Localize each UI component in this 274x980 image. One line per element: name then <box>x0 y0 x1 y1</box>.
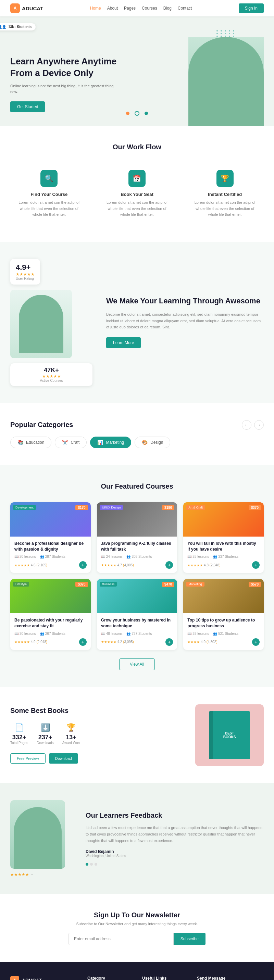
course-meta-0: 📖 20 lessons 👥 287 Students <box>14 555 87 558</box>
category-next-arrow[interactable]: → <box>254 420 264 430</box>
nav-link-home[interactable]: Home <box>90 6 101 11</box>
course-title-4: Grow your business by mastered in some t… <box>101 617 173 629</box>
footer-logo-icon: A <box>10 976 19 980</box>
nav-link-contact[interactable]: Contact <box>178 6 192 11</box>
course-image-3: Lifestyle $370 <box>10 579 91 613</box>
feedback-rating-row: ★★★★★ ⌣ <box>10 872 72 877</box>
feedback-person-shape <box>14 807 62 869</box>
marketing-icon: 📊 <box>97 440 103 445</box>
newsletter-title: Sign Up To Our Newsletter <box>10 911 264 919</box>
course-meta-1: 📖 24 lessons 👥 208 Students <box>101 555 173 558</box>
signin-button[interactable]: Sign In <box>239 3 264 13</box>
course-lessons-5: 📖 25 lessons <box>187 632 209 636</box>
course-image-2: Art & Craft $370 <box>183 502 264 536</box>
course-rating-1: ★★★★★ 4.7 (4,005) <box>101 563 134 567</box>
course-card-4: Business $470 Grow your business by mast… <box>97 579 177 650</box>
course-meta-4: 📖 48 lessons 👥 727 Students <box>101 632 173 636</box>
feedback-dot-1[interactable] <box>86 863 88 865</box>
nav-link-pages[interactable]: Pages <box>124 6 135 11</box>
course-title-3: Be passionated with your regularly exerc… <box>14 617 87 629</box>
course-meta-2: 📖 25 lessons 👥 337 Students <box>187 555 260 558</box>
feedback-section: ★★★★★ ⌣ Our Learners Feedback It's had b… <box>0 783 274 894</box>
books-buttons: Free Preview Download <box>10 753 182 764</box>
course-lessons-1: 📖 24 lessons <box>101 555 123 558</box>
download-button[interactable]: Download <box>49 753 78 764</box>
category-tab-craft[interactable]: ✂️ Craft <box>55 437 87 448</box>
workflow-title: Our Work Flow <box>10 143 264 151</box>
course-tag-1: UI/UX Design <box>100 505 123 510</box>
feedback-dot-3[interactable] <box>94 863 97 865</box>
hero-title: Learn Anywhere Anytime From a Device Onl… <box>10 56 120 79</box>
category-tab-design[interactable]: 🎨 Design <box>135 437 170 448</box>
course-footer-3: ★★★★★ 4.9 (2,048) + <box>14 638 87 646</box>
footer-send-title: Send Message <box>197 976 264 980</box>
footer: A ADUCAT (+75) 34 8552 9564 contact@aduc… <box>0 962 274 980</box>
category-prev-arrow[interactable]: ← <box>242 420 252 430</box>
learning-description: Become the dolor sit amet, consectetur a… <box>106 311 264 331</box>
view-all-button[interactable]: View All <box>119 659 155 670</box>
workflow-step-title-2: Instant Certified <box>191 192 259 197</box>
nav-link-blog[interactable]: Blog <box>163 6 172 11</box>
workflow-icon-1: 📅 <box>129 170 145 187</box>
course-footer-5: ★★★★ 4.0 (4,802) + <box>187 638 260 646</box>
free-preview-button[interactable]: Free Preview <box>10 753 46 764</box>
course-title-0: Become a professional designer be with p… <box>14 541 87 552</box>
active-label: Active Courses <box>15 379 88 382</box>
footer-logo-text: ADUCAT <box>22 978 42 980</box>
course-tag-4: Business <box>100 582 117 587</box>
course-footer-1: ★★★★★ 4.7 (4,005) + <box>101 561 173 569</box>
hero-decorators <box>126 111 148 116</box>
course-image-4: Business $470 <box>97 579 177 613</box>
course-card-1: UI/UX Design $180 Java programming A-Z f… <box>97 502 177 573</box>
course-body-3: Be passionated with your regularly exerc… <box>10 613 91 650</box>
course-card-5: Marketing $570 Top 10 tips to grow up au… <box>183 579 264 650</box>
pages-count: 332+ <box>10 734 28 741</box>
course-add-button-4[interactable]: + <box>166 638 173 646</box>
learning-person-image <box>10 290 72 358</box>
course-students-3: 👥 267 Students <box>40 632 65 636</box>
newsletter-email-input[interactable] <box>68 933 174 945</box>
course-add-button-1[interactable]: + <box>166 561 173 569</box>
feedback-dot-2[interactable] <box>90 863 93 865</box>
category-tab-marketing[interactable]: 📊 Marketing <box>90 437 131 448</box>
student-avatars: 👤👤👤 <box>0 25 6 29</box>
hero-person-image <box>188 37 264 126</box>
featured-courses-title: Our Featured Courses <box>10 482 264 490</box>
course-title-5: Top 10 tips to grow up audience to progr… <box>187 617 260 629</box>
categories-title: Popular Categories <box>10 421 73 429</box>
course-card-0: Development $170 Become a professional d… <box>10 502 91 573</box>
course-meta-5: 📖 25 lessons 👥 521 Students <box>187 632 260 636</box>
feedback-arch: ⌣ <box>31 872 33 877</box>
hero-section: 👤👤👤 13k+ Students Learn Anywhere Anytime… <box>0 16 274 126</box>
course-add-button-3[interactable]: + <box>79 638 87 646</box>
hero-description: Online learning is not the next big thin… <box>10 83 120 95</box>
course-card-2: Art & Craft $370 You will fall in love w… <box>183 502 264 573</box>
course-price-4: $470 <box>162 582 174 587</box>
workflow-icon-2: 🏆 <box>217 170 234 187</box>
learn-more-button[interactable]: Learn More <box>106 337 141 348</box>
nav-link-about[interactable]: About <box>107 6 118 11</box>
feedback-person-image <box>10 800 65 869</box>
downloads-label: Downloads <box>37 741 53 745</box>
student-count: 13k+ Students <box>8 25 32 29</box>
circle-decor <box>135 111 139 116</box>
hero-cta-button[interactable]: Get Started <box>10 101 45 112</box>
category-tab-education[interactable]: 📚 Education <box>10 437 51 448</box>
rating-badge: 4.9+ ★★★★★ User Rating <box>10 259 40 285</box>
course-add-button-0[interactable]: + <box>79 561 87 569</box>
course-add-button-5[interactable]: + <box>252 638 260 646</box>
feedback-right: Our Learners Feedback It's had been a fe… <box>86 811 264 865</box>
learning-person-shape <box>19 295 63 353</box>
education-icon: 📚 <box>18 440 23 445</box>
course-lessons-4: 📖 48 lessons <box>101 632 123 636</box>
workflow-card-1: 📅 Book Your Seat Lorem dolor sit amet co… <box>98 163 176 224</box>
awards-label: Award Won <box>62 741 80 745</box>
subscribe-button[interactable]: Subscribe <box>174 933 206 945</box>
course-rating-3: ★★★★★ 4.9 (2,048) <box>14 640 47 644</box>
teal-dot-decor <box>145 111 148 115</box>
learning-right: We Make Your Learning Through Awesome Be… <box>106 296 264 348</box>
course-add-button-2[interactable]: + <box>252 561 260 569</box>
course-rating-0: ★★★★★ 4.6 (2,105) <box>14 563 47 567</box>
courses-grid: Development $170 Become a professional d… <box>10 502 264 650</box>
nav-link-courses[interactable]: Courses <box>142 6 157 11</box>
